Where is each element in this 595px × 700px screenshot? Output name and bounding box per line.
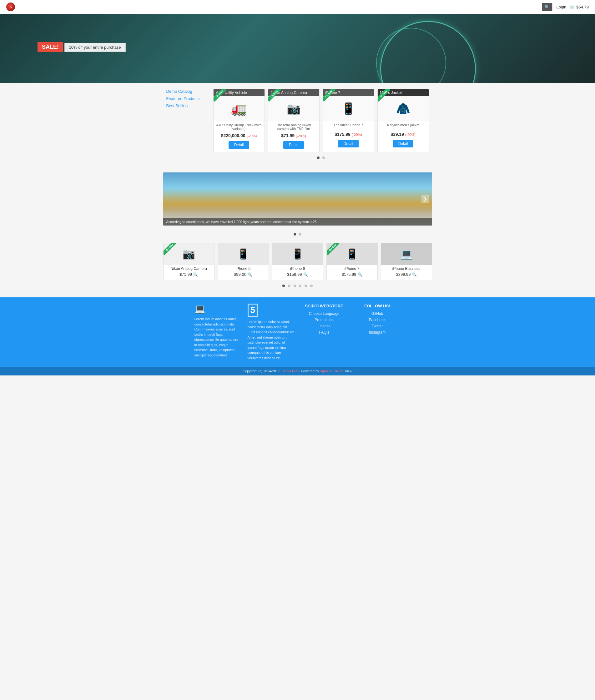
hero-banner: SALE! 10% off your entire purchase: [0, 14, 595, 83]
bottom-price-value-iphone7: $175.99: [342, 272, 357, 277]
footer-copyright: Copyright (c) 2014-2017: [243, 369, 280, 373]
price-discount-camera: (-20%): [296, 134, 306, 138]
product-desc-truck: A40f Utility Drump Truck (with variants): [214, 121, 264, 132]
footer-link-promotions[interactable]: Promotions: [301, 318, 348, 322]
on-sale-corner-camera: [268, 89, 281, 102]
price-discount-truck: (-20%): [246, 134, 257, 138]
bottom-product-price-iphonebiz: $399.99 🔍: [381, 271, 432, 277]
product-card-header-iphone7: iPhone 7: [323, 89, 374, 96]
products-section: Demo Catalog Featured Products Best Sell…: [166, 89, 429, 163]
dot-2-2[interactable]: [299, 233, 302, 236]
footer-bottom: Copyright (c) 2014-2017 Scipio ERP Power…: [0, 367, 595, 375]
bottom-product-img-iphone5: 📱: [218, 243, 268, 265]
footer-link-instagram[interactable]: Instagram: [354, 330, 401, 335]
sidebar-item-demo-catalog[interactable]: Demo Catalog: [166, 89, 207, 94]
hero-content: SALE! 10% off your entire purchase: [0, 32, 163, 65]
bottom-price-value-iphone5: $99.00: [234, 272, 246, 277]
product-card-header-truck: A40f Utility Vehicle: [214, 89, 264, 96]
bottom-product-card-iphonebiz: 💻 iPhone Business $399.99 🔍: [381, 243, 432, 280]
footer-link-license[interactable]: License: [301, 324, 348, 328]
bottom-price-value-iphone6: $159.99: [287, 272, 302, 277]
footer-link-github[interactable]: GitHub: [354, 311, 401, 316]
bottom-iphone7-icon: 📱: [346, 248, 358, 260]
on-sale-corner-truck: [214, 89, 226, 102]
dot-2-1[interactable]: [293, 233, 296, 236]
bottom-product-card-iphone7: 📱 iPhone 7 $175.99 🔍: [327, 243, 378, 280]
on-sale-corner-jacket: [378, 89, 390, 102]
footer-laptop-icon: 💻: [195, 304, 242, 314]
footer-view: View: [345, 369, 352, 373]
product-card-jacket: Men's Jacket 🧥 A stylish men's jacket $3…: [377, 89, 429, 152]
dot-1-1[interactable]: [317, 156, 319, 159]
bottom-search-icon-iphone7[interactable]: 🔍: [358, 272, 362, 277]
carousel-dots-2: [0, 229, 595, 240]
product-price-iphone7: $175.99 (-20%): [323, 130, 374, 138]
footer-link-language[interactable]: Choose Language: [301, 311, 348, 316]
product-card-header-jacket: Men's Jacket: [378, 89, 429, 96]
footer: 💻 Lorem ipsum dolor sit amet, consectetu…: [0, 297, 595, 375]
carousel-dots-3: [163, 280, 432, 291]
logo-letter: S: [10, 5, 12, 9]
sidebar-item-featured-products[interactable]: Featured Products: [166, 96, 207, 101]
dot-3-4[interactable]: [299, 284, 302, 287]
footer-link-twitter[interactable]: Twitter: [354, 324, 401, 328]
detail-button-jacket[interactable]: Detail: [393, 140, 414, 147]
jacket-icon: 🧥: [396, 102, 410, 115]
bottom-product-name-iphone7: iPhone 7: [327, 265, 377, 271]
landscape-image: [163, 173, 432, 225]
bottom-products: 📷 Nikon Analog Camera $71.99 🔍 📱 iPhone …: [163, 243, 432, 291]
footer-link-faqs[interactable]: FAQ's: [301, 330, 348, 335]
bottom-search-icon-iphone5[interactable]: 🔍: [248, 272, 252, 277]
on-sale-corner-bottom-iphone7: [327, 243, 339, 255]
camera-icon: 📷: [287, 102, 301, 115]
footer-follow-title: FOLLOW US!: [354, 304, 401, 308]
footer-top: 💻 Lorem ipsum dolor sit amet, consectetu…: [163, 297, 432, 367]
detail-button-camera[interactable]: Detail: [283, 141, 304, 149]
sidebar: Demo Catalog Featured Products Best Sell…: [166, 89, 207, 163]
footer-scipio-link[interactable]: Scipio ERP: [282, 369, 299, 373]
search-input[interactable]: [498, 3, 542, 10]
cart-button[interactable]: 🛒 $64.79: [570, 5, 589, 9]
dot-3-3[interactable]: [293, 284, 296, 287]
product-price-truck: $220,000.00 (-20%): [214, 132, 264, 139]
bottom-product-name-camera: Nikon Analog Camera: [164, 265, 214, 271]
footer-powered-by: Powered by: [301, 369, 319, 373]
footer-store-title: SCIPIO WEBSTORE: [301, 304, 348, 308]
bottom-search-icon-iphone6[interactable]: 🔍: [303, 272, 308, 277]
footer-link-facebook[interactable]: Facebook: [354, 318, 401, 322]
bottom-products-row: 📷 Nikon Analog Camera $71.99 🔍 📱 iPhone …: [163, 243, 432, 280]
dot-3-2[interactable]: [288, 284, 290, 287]
bottom-iphone5-icon: 📱: [237, 248, 250, 260]
bottom-product-price-iphone5: $99.00 🔍: [218, 271, 268, 277]
bottom-search-icon-iphonebiz[interactable]: 🔍: [412, 272, 417, 277]
product-desc-jacket: A stylish men's jacket: [378, 121, 429, 130]
footer-ofbiz-link[interactable]: Apache OFBiz: [321, 369, 343, 373]
price-discount-iphone7: (-20%): [352, 133, 362, 136]
bottom-search-icon-camera[interactable]: 🔍: [193, 272, 198, 277]
detail-button-truck[interactable]: Detail: [229, 141, 250, 149]
dot-3-5[interactable]: [305, 284, 307, 287]
dot-1-2[interactable]: [322, 156, 325, 159]
dot-3-1[interactable]: [282, 284, 285, 287]
price-value-camera: $71.99: [281, 133, 294, 138]
product-desc-camera: The retro analog Nikon camera with FM2 f…: [268, 121, 319, 132]
search-button[interactable]: 🔍: [542, 3, 552, 11]
sidebar-item-best-selling[interactable]: Best Selling: [166, 103, 207, 108]
dot-3-6[interactable]: [310, 284, 313, 287]
on-sale-corner-iphone7: [323, 89, 336, 102]
header-right: 🔍 Login 🛒 $64.79: [498, 3, 589, 11]
landscape-next-arrow[interactable]: ❯: [422, 195, 429, 203]
logo[interactable]: S: [6, 2, 15, 11]
carousel-dots-1: [213, 152, 429, 163]
bottom-product-price-iphone7: $175.99 🔍: [327, 271, 377, 277]
bottom-price-value-iphonebiz: $399.99: [396, 272, 411, 277]
login-button[interactable]: Login: [556, 5, 566, 9]
header: S 🔍 Login 🛒 $64.79: [0, 0, 595, 14]
footer-col1-text: Lorem ipsum dolor sit amet, consectetur …: [195, 316, 242, 358]
iphone7-icon: 📱: [341, 102, 356, 115]
detail-button-iphone7[interactable]: Detail: [338, 140, 359, 147]
bottom-price-value-camera: $71.99: [179, 272, 192, 277]
footer-store-links: SCIPIO WEBSTORE Choose Language Promotio…: [301, 304, 348, 361]
cart-icon: 🛒: [570, 5, 575, 9]
on-sale-corner-bottom-camera: [164, 243, 176, 255]
